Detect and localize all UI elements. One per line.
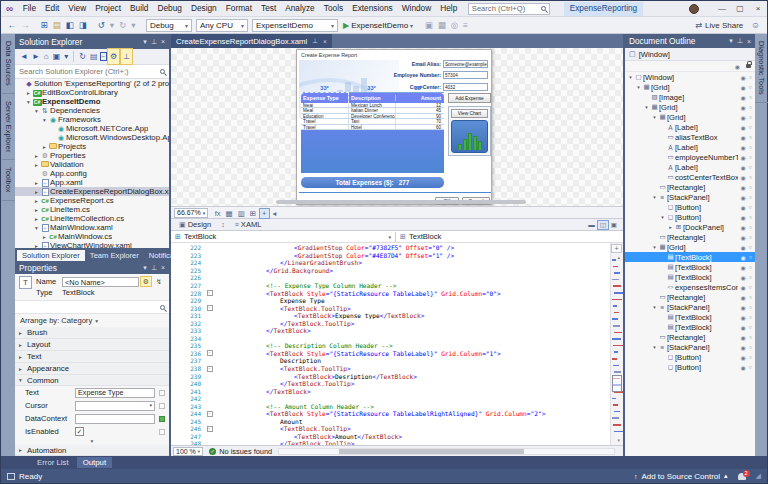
tree-item-lineitem-cs[interactable]: ▸C#LineItem.cs [15, 205, 169, 214]
outline-item-label[interactable]: A[Label]◉○ [625, 122, 755, 132]
lock-dot-icon[interactable]: ○ [749, 334, 752, 340]
back-icon[interactable]: ◄ [18, 49, 30, 64]
code-line[interactable]: 225</Grid.Background> [171, 267, 623, 275]
editor-zoom-dropdown[interactable]: 100 % ▾ [173, 447, 203, 456]
eye-icon[interactable]: ◉ [740, 134, 745, 141]
expander-icon[interactable]: ▾ [635, 84, 642, 90]
eye-icon[interactable]: ◉ [740, 234, 745, 241]
lock-dot-icon[interactable]: ○ [749, 194, 752, 200]
eye-icon[interactable]: ◉ [740, 354, 745, 361]
outline-item-textblock[interactable]: ▤[TextBlock]◉○ [625, 272, 755, 282]
outline-item-rectangle[interactable]: ▭[Rectangle]◉○ [625, 292, 755, 302]
fold-marker[interactable]: − [205, 426, 214, 432]
eye-icon[interactable]: ◉ [740, 364, 745, 371]
outline-item-stackpanel[interactable]: ▾≡[StackPanel]◉○ [625, 302, 755, 312]
code-line[interactable]: 223<GradientStop Color="#4E87D4" Offset=… [171, 252, 623, 260]
expander-icon[interactable]: ▸ [33, 198, 40, 204]
solution-platforms-dropdown[interactable]: Any CPU▾ [196, 19, 248, 32]
code-line[interactable]: 244−<TextBlock Style="{StaticResource Ta… [171, 410, 623, 418]
outline-breadcrumb[interactable]: ▢ [Window] [625, 48, 755, 61]
menu-view[interactable]: View [64, 1, 91, 16]
menu-project[interactable]: Project [91, 1, 126, 16]
collapse-icon[interactable]: − [207, 305, 213, 311]
solution-search-box[interactable]: Search Solution Explorer (Ctrl+;) [15, 65, 169, 79]
eye-icon[interactable]: ◉ [740, 84, 745, 91]
tree-item-lineitemcollection-cs[interactable]: ▸C#LineItemCollection.cs [15, 214, 169, 223]
save-icon[interactable]: ◧ [63, 20, 76, 30]
tree-item-viewchartwindow-xaml[interactable]: ▸ViewChartWindow.xaml [15, 241, 169, 248]
fold-marker[interactable]: − [205, 366, 214, 372]
eye-icon[interactable]: ◉ [740, 224, 745, 231]
eye-icon[interactable]: ◉ [740, 294, 745, 301]
menu-design[interactable]: Design [186, 1, 221, 16]
close-button[interactable]: × [749, 1, 767, 16]
menu-extensions[interactable]: Extensions [348, 1, 398, 16]
collapse-all-icon[interactable]: − [100, 52, 108, 61]
expander-icon[interactable]: ▾ [33, 108, 40, 114]
collapse-icon[interactable]: − [207, 350, 213, 356]
menu-format[interactable]: Format [221, 1, 256, 16]
tree-item-frameworks[interactable]: ▾◉Frameworks [15, 115, 169, 124]
startup-project-dropdown[interactable]: ExpenseItDemo▾ [252, 19, 338, 32]
outline-item-textblock[interactable]: ▤[TextBlock]◉○ [625, 262, 755, 272]
split-editor-handle[interactable]: + [611, 244, 622, 253]
close-icon[interactable]: × [161, 264, 165, 271]
tree-item-editboxcontrollibrary[interactable]: ▸C#EditBoxControlLibrary [15, 88, 169, 97]
code-line[interactable]: 222<GradientStop Color="#7382F5" Offset=… [171, 244, 623, 252]
name-input[interactable]: <No Name> [62, 277, 139, 287]
section-automation[interactable]: ▸ Automation [15, 445, 169, 456]
expander-icon[interactable]: ▸ [33, 162, 40, 168]
eye-icon[interactable]: ◉ [740, 244, 745, 251]
minimize-button[interactable]: — [713, 1, 731, 16]
designed-dialog-window[interactable]: Create Expense Report Email Alias:Someon… [296, 49, 492, 205]
snaplines-icon[interactable]: ⊞ [247, 209, 258, 218]
chevron-down-icon[interactable]: ▾ [143, 264, 147, 272]
outline-item-label[interactable]: A[Label]◉○ [625, 162, 755, 172]
properties-search-box[interactable] [15, 301, 169, 314]
fold-marker[interactable]: − [205, 411, 214, 417]
eye-icon[interactable]: ◉ [740, 204, 745, 211]
code-line[interactable]: 248</TextBlock.ToolTip> [171, 440, 623, 445]
eye-icon[interactable]: ◉ [740, 344, 745, 351]
tree-item-mainwindow-xaml[interactable]: ▾MainWindow.xaml [15, 223, 169, 232]
code-line[interactable]: 238−<TextBlock.ToolTip> [171, 365, 623, 373]
lock-dot-icon[interactable]: ○ [749, 164, 752, 170]
expand-pane-icon[interactable]: ▣ [609, 221, 619, 229]
tree-item-dependencies[interactable]: ▾⇅Dependencies [15, 106, 169, 115]
lock-dot-icon[interactable]: ○ [749, 124, 752, 130]
live-share-button[interactable]: Live Share [705, 21, 743, 30]
menu-help[interactable]: Help [436, 1, 462, 16]
tree-item-createexpensereportdialogbox-xaml[interactable]: ▸CreateExpenseReportDialogBox.xaml [15, 187, 169, 196]
outline-item-grid[interactable]: ▾▦[Grid]◉○ [625, 112, 755, 122]
expander-icon[interactable]: ▸ [33, 216, 40, 222]
editor-vertical-scrollbar[interactable]: + ▴ ▾ [610, 243, 623, 445]
property-peg[interactable] [159, 403, 165, 409]
split-horizontal-icon[interactable]: ▬ [586, 221, 597, 228]
profiler-icon[interactable]: ▦ [435, 20, 448, 30]
side-tab-server-explorer[interactable]: Server Explorer [2, 94, 15, 160]
menu-tools[interactable]: Tools [319, 1, 347, 16]
column-width-marker[interactable]: 33* [301, 85, 348, 91]
new-project-icon[interactable]: ⊞ [38, 20, 50, 30]
designer-horizontal-scrollbar[interactable] [276, 200, 526, 204]
expander-icon[interactable]: ▾ [651, 194, 658, 200]
code-line[interactable]: 232</TextBlock.ToolTip> [171, 319, 623, 327]
eye-icon[interactable]: ◉ [740, 304, 745, 311]
collapse-icon[interactable]: − [207, 426, 213, 432]
eye-icon[interactable]: ◉ [740, 104, 745, 111]
lock-dot-icon[interactable]: ○ [749, 94, 752, 100]
lock-dot-icon[interactable]: ○ [749, 354, 752, 360]
start-debugging-button[interactable]: ▶ ExpenseItDemo ▾ [343, 21, 413, 30]
scroll-up-icon[interactable]: ▴ [617, 254, 620, 260]
outline-item-rectangle[interactable]: ▭[Rectangle]◉○ [625, 182, 755, 192]
expander-icon[interactable]: ▾ [651, 244, 658, 250]
code-line[interactable]: 237Description [171, 357, 623, 365]
views-dropdown-icon[interactable]: ▾ [62, 49, 70, 64]
solution-name-badge[interactable]: ExpenseReporting [564, 2, 643, 16]
collapse-icon[interactable]: − [207, 366, 213, 372]
show-grid-icon[interactable]: ▦ [223, 209, 235, 218]
text-input[interactable]: Expense Type [75, 388, 155, 398]
expander-icon[interactable]: ▾ [651, 304, 658, 310]
lock-dot-icon[interactable]: ○ [749, 204, 752, 210]
code-line[interactable]: 242 [171, 395, 623, 403]
